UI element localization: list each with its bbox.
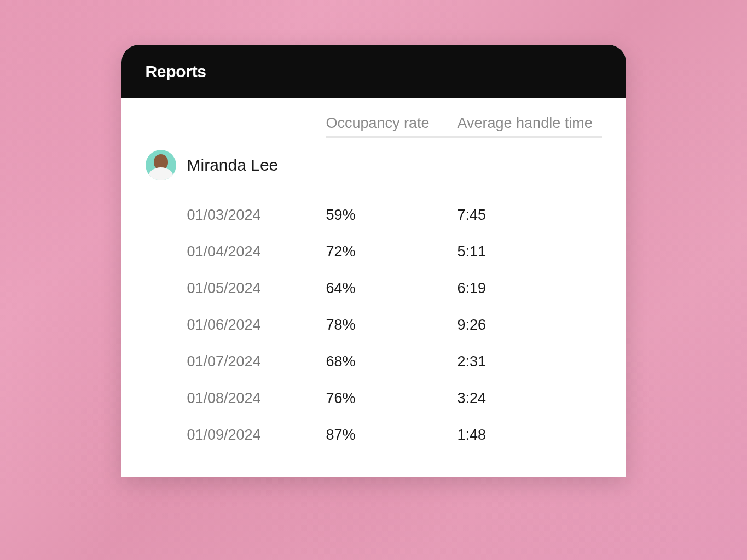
header-underline <box>146 136 602 138</box>
cell-occupancy: 72% <box>326 243 458 260</box>
cell-occupancy: 78% <box>326 317 458 334</box>
cell-occupancy: 87% <box>326 427 458 444</box>
cell-occupancy: 59% <box>326 207 458 224</box>
table-row: 01/03/202459%7:45 <box>146 197 602 234</box>
table-row: 01/09/202487%1:48 <box>146 417 602 453</box>
table-row: 01/08/202476%3:24 <box>146 380 602 417</box>
avatar <box>146 150 176 180</box>
cell-date: 01/08/2024 <box>146 390 326 407</box>
card-header: Reports <box>121 45 626 98</box>
cell-occupancy: 64% <box>326 280 458 297</box>
table-row: 01/05/202464%6:19 <box>146 270 602 307</box>
page-title: Reports <box>146 62 602 81</box>
cell-aht: 9:26 <box>458 317 602 334</box>
cell-date: 01/09/2024 <box>146 427 326 444</box>
cell-aht: 3:24 <box>458 390 602 407</box>
cell-aht: 2:31 <box>458 353 602 370</box>
cell-aht: 5:11 <box>458 243 602 260</box>
card-body: Occupancy rate Average handle time Miran… <box>121 98 626 477</box>
reports-card: Reports Occupancy rate Average handle ti… <box>121 45 626 477</box>
cell-date: 01/05/2024 <box>146 280 326 297</box>
cell-date: 01/06/2024 <box>146 317 326 334</box>
cell-date: 01/03/2024 <box>146 207 326 224</box>
cell-date: 01/07/2024 <box>146 353 326 370</box>
cell-aht: 6:19 <box>458 280 602 297</box>
table-row: 01/07/202468%2:31 <box>146 343 602 380</box>
table-header: Occupancy rate Average handle time <box>146 115 602 132</box>
cell-aht: 7:45 <box>458 207 602 224</box>
agent-row: Miranda Lee <box>146 150 602 180</box>
cell-date: 01/04/2024 <box>146 243 326 260</box>
cell-occupancy: 76% <box>326 390 458 407</box>
cell-occupancy: 68% <box>326 353 458 370</box>
column-occupancy: Occupancy rate <box>326 115 458 132</box>
cell-aht: 1:48 <box>458 427 602 444</box>
agent-name: Miranda Lee <box>187 156 279 174</box>
table-row: 01/04/202472%5:11 <box>146 234 602 270</box>
table-row: 01/06/202478%9:26 <box>146 307 602 343</box>
column-aht: Average handle time <box>458 115 602 132</box>
